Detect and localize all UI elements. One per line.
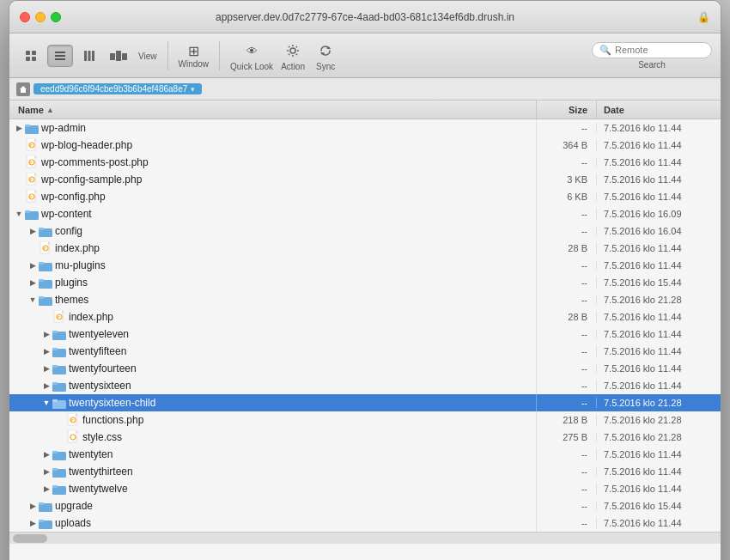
svg-text:P: P bbox=[30, 161, 33, 165]
expand-arrow-icon[interactable] bbox=[27, 242, 39, 254]
table-row[interactable]: P index.php28 B7.5.2016 klo 11.44 bbox=[9, 240, 721, 257]
expand-arrow-icon[interactable]: ▶ bbox=[27, 517, 39, 529]
date-column-header[interactable]: Date bbox=[597, 100, 709, 119]
expand-arrow-icon[interactable]: ▶ bbox=[27, 225, 39, 237]
table-row[interactable]: ▼ twentysixteen-child--7.5.2016 klo 21.2… bbox=[9, 394, 721, 411]
file-list[interactable]: ▶ wp-admin--7.5.2016 klo 11.44 P wp-blog… bbox=[9, 119, 721, 532]
breadcrumb-tag[interactable]: eedd9d96c6f94cbe9b3b6b4ef486a8e7 ▾ bbox=[33, 83, 202, 94]
file-date-cell: 7.5.2016 klo 11.44 bbox=[597, 449, 709, 460]
expand-arrow-icon[interactable] bbox=[13, 191, 25, 203]
quick-look-button[interactable]: 👁 bbox=[239, 40, 265, 62]
expand-arrow-icon[interactable]: ▶ bbox=[40, 328, 52, 340]
file-size-cell: 3 KB bbox=[537, 174, 597, 185]
table-row[interactable]: ▶ config--7.5.2016 klo 16.04 bbox=[9, 222, 721, 240]
breadcrumb-text: eedd9d96c6f94cbe9b3b6b4ef486a8e7 bbox=[40, 84, 187, 94]
svg-marker-78 bbox=[76, 430, 78, 433]
svg-rect-55 bbox=[39, 296, 44, 299]
table-row[interactable]: ▶ twentyten--7.5.2016 klo 11.44 bbox=[9, 446, 721, 463]
table-row[interactable]: ▶ uploads--7.5.2016 klo 11.44 bbox=[9, 514, 721, 532]
table-row[interactable]: P wp-config-sample.php3 KB7.5.2016 klo 1… bbox=[9, 171, 721, 188]
svg-rect-8 bbox=[88, 51, 91, 61]
horizontal-scrollbar[interactable] bbox=[9, 532, 721, 544]
php-file-icon: P bbox=[25, 156, 39, 168]
expand-arrow-icon[interactable]: ▶ bbox=[27, 277, 39, 289]
table-row[interactable]: style.css275 B7.5.2016 klo 21.28 bbox=[9, 429, 721, 446]
table-row[interactable]: ▶ twentyeleven--7.5.2016 klo 11.44 bbox=[9, 326, 721, 343]
expand-arrow-icon[interactable]: ▶ bbox=[27, 500, 39, 512]
size-column-header[interactable]: Size bbox=[537, 100, 597, 119]
list-view-button[interactable] bbox=[47, 45, 73, 67]
search-input[interactable] bbox=[615, 45, 704, 55]
expand-arrow-icon[interactable] bbox=[13, 139, 25, 151]
expand-arrow-icon[interactable]: ▶ bbox=[27, 259, 39, 271]
file-name-cell: style.css bbox=[9, 429, 537, 446]
expand-arrow-icon[interactable] bbox=[13, 156, 25, 168]
table-row[interactable]: P wp-blog-header.php364 B7.5.2016 klo 11… bbox=[9, 137, 721, 154]
expand-arrow-icon[interactable]: ▶ bbox=[40, 362, 52, 374]
file-size-cell: -- bbox=[537, 380, 597, 391]
table-row[interactable]: ▶ twentyfifteen--7.5.2016 klo 11.44 bbox=[9, 343, 721, 360]
breadcrumb-close-icon[interactable]: ▾ bbox=[191, 85, 195, 94]
svg-text:P: P bbox=[30, 195, 33, 199]
file-list-header: Name ▲ Size Date bbox=[9, 100, 721, 119]
action-button[interactable] bbox=[280, 40, 306, 62]
svg-rect-62 bbox=[52, 331, 58, 333]
table-row[interactable]: ▼ wp-content--7.5.2016 klo 16.09 bbox=[9, 205, 721, 222]
horizontal-scroll-thumb[interactable] bbox=[13, 534, 47, 543]
table-row[interactable]: ▶ twentysixteen--7.5.2016 klo 11.44 bbox=[9, 377, 721, 394]
expand-arrow-icon[interactable]: ▶ bbox=[40, 448, 52, 460]
expand-arrow-icon[interactable] bbox=[54, 431, 66, 443]
folder-icon bbox=[52, 483, 66, 495]
file-name-text: twentyfourteen bbox=[69, 362, 137, 374]
column-view-button[interactable] bbox=[76, 45, 102, 67]
table-row[interactable]: P index.php28 B7.5.2016 klo 11.44 bbox=[9, 308, 721, 326]
folder-icon bbox=[39, 294, 52, 306]
table-row[interactable]: ▶ twentyfourteen--7.5.2016 klo 11.44 bbox=[9, 360, 721, 377]
file-date-cell: 7.5.2016 klo 11.44 bbox=[597, 140, 709, 150]
table-row[interactable]: ▶ plugins--7.5.2016 klo 15.44 bbox=[9, 274, 721, 291]
expand-arrow-icon[interactable]: ▼ bbox=[27, 294, 39, 306]
expand-arrow-icon[interactable]: ▼ bbox=[40, 397, 52, 409]
table-row[interactable]: ▶ mu-plugins--7.5.2016 klo 11.44 bbox=[9, 257, 721, 274]
cover-flow-button[interactable] bbox=[106, 45, 131, 67]
expand-arrow-icon[interactable]: ▶ bbox=[40, 466, 52, 478]
expand-arrow-icon[interactable] bbox=[40, 311, 52, 323]
name-column-header[interactable]: Name ▲ bbox=[9, 100, 537, 119]
file-size-cell: 364 B bbox=[537, 140, 597, 150]
table-row[interactable]: ▶ twentytwelve--7.5.2016 klo 11.44 bbox=[9, 480, 721, 497]
file-date-cell: 7.5.2016 klo 11.44 bbox=[597, 243, 709, 253]
file-name-text: index.php bbox=[69, 311, 113, 323]
table-row[interactable]: ▼ themes--7.5.2016 klo 21.28 bbox=[9, 291, 721, 308]
file-date-cell: 7.5.2016 klo 11.44 bbox=[597, 192, 709, 202]
expand-arrow-icon[interactable]: ▼ bbox=[13, 208, 25, 220]
file-name-text: twentyeleven bbox=[69, 328, 129, 340]
svg-text:P: P bbox=[30, 178, 33, 182]
svg-text:P: P bbox=[44, 247, 46, 251]
table-row[interactable]: P wp-config.php6 KB7.5.2016 klo 11.44 bbox=[9, 188, 721, 205]
expand-arrow-icon[interactable] bbox=[13, 173, 25, 186]
expand-arrow-icon[interactable]: ▶ bbox=[40, 380, 52, 392]
expand-arrow-icon[interactable]: ▶ bbox=[40, 345, 52, 357]
grid-view-button[interactable] bbox=[18, 45, 44, 67]
file-date-cell: 7.5.2016 klo 21.28 bbox=[597, 415, 709, 425]
table-row[interactable]: ▶ twentythirteen--7.5.2016 klo 11.44 bbox=[9, 463, 721, 480]
table-row[interactable]: ▶ wp-admin--7.5.2016 klo 11.44 bbox=[9, 119, 721, 137]
minimize-button[interactable] bbox=[35, 12, 46, 22]
table-row[interactable]: ▶ upgrade--7.5.2016 klo 15.44 bbox=[9, 497, 721, 514]
expand-arrow-icon[interactable] bbox=[54, 414, 66, 426]
svg-marker-58 bbox=[62, 310, 64, 313]
sync-button[interactable] bbox=[313, 40, 338, 62]
breadcrumb-home-button[interactable] bbox=[16, 82, 30, 96]
svg-rect-51 bbox=[39, 262, 44, 265]
file-name-cell: ▶ uploads bbox=[9, 514, 537, 532]
table-row[interactable]: P wp-comments-post.php--7.5.2016 klo 11.… bbox=[9, 154, 721, 171]
file-name-text: twentytwelve bbox=[69, 483, 128, 495]
expand-arrow-icon[interactable]: ▶ bbox=[40, 483, 52, 495]
file-date-cell: 7.5.2016 klo 11.44 bbox=[597, 312, 709, 322]
column-icon bbox=[83, 50, 95, 62]
maximize-button[interactable] bbox=[51, 12, 61, 22]
table-row[interactable]: P functions.php218 B7.5.2016 klo 21.28 bbox=[9, 411, 721, 429]
file-name-text: config bbox=[55, 225, 82, 237]
expand-arrow-icon[interactable]: ▶ bbox=[13, 122, 25, 134]
close-button[interactable] bbox=[20, 12, 30, 22]
